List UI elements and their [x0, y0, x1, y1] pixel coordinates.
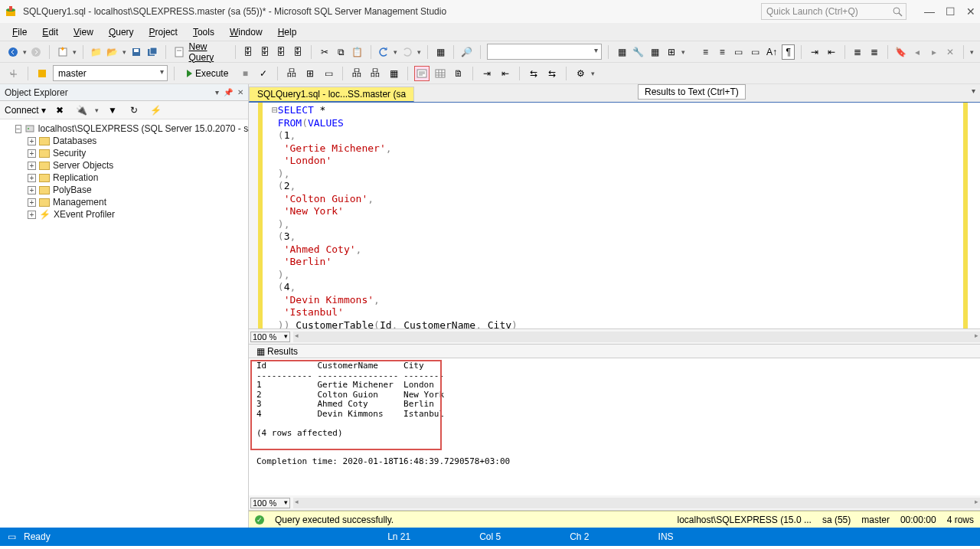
connect-button[interactable]: Connect ▾: [5, 105, 46, 116]
save-button[interactable]: [129, 44, 143, 60]
tree-server-node[interactable]: − localhost\SQLEXPRESS (SQL Server 15.0.…: [15, 123, 245, 135]
sql-editor[interactable]: ⊟SELECT * FROM(VALUES (1, 'Gertie Michen…: [249, 103, 980, 329]
tree-node-management[interactable]: +Management: [28, 196, 245, 208]
specify-values-icon[interactable]: ⇆: [526, 66, 541, 81]
nav-back-button[interactable]: [6, 44, 20, 60]
tree-node-security[interactable]: +Security: [28, 147, 245, 159]
tree-node-replication[interactable]: +Replication: [28, 172, 245, 184]
tab-overflow-icon[interactable]: ▾: [972, 87, 975, 95]
sqlcmd-icon[interactable]: ⚙: [573, 66, 588, 81]
redo-button[interactable]: [400, 44, 414, 60]
increase-indent-icon[interactable]: ⇥: [808, 44, 822, 60]
panel-dropdown-icon[interactable]: ▾: [215, 88, 219, 96]
wrap-icon[interactable]: ¶: [782, 44, 795, 60]
next-bookmark-icon[interactable]: ▸: [927, 44, 941, 60]
tree-node-server-objects[interactable]: +Server Objects: [28, 159, 245, 172]
panel-close-icon[interactable]: ✕: [237, 88, 243, 96]
copy-button[interactable]: ⧉: [334, 44, 348, 60]
cut-button[interactable]: ✂: [318, 44, 332, 60]
disconnect-icon[interactable]: ✖: [52, 103, 67, 118]
expand-icon[interactable]: +: [28, 211, 36, 219]
results-tab[interactable]: ▦ Results: [252, 346, 302, 357]
change-connection-icon[interactable]: [34, 66, 50, 81]
results-pane[interactable]: Id CustomerName City ----------- -------…: [249, 358, 980, 495]
new-item-button[interactable]: ✦: [56, 44, 70, 60]
results-to-text-button[interactable]: [414, 66, 430, 81]
tree-node-databases[interactable]: +Databases: [28, 135, 245, 147]
menu-project[interactable]: Project: [143, 25, 184, 39]
bookmark-icon[interactable]: 🔖: [894, 44, 908, 60]
menu-window[interactable]: Window: [224, 25, 269, 39]
expand-icon[interactable]: +: [28, 174, 36, 182]
upper-icon[interactable]: A↑: [765, 44, 779, 60]
undo-button[interactable]: [377, 44, 390, 60]
expand-icon[interactable]: +: [28, 162, 36, 170]
nav-forward-button[interactable]: [30, 44, 44, 60]
format-icon[interactable]: ≣: [851, 44, 864, 60]
uncomment-icon2[interactable]: ⇤: [498, 66, 513, 81]
collapse-icon[interactable]: −: [15, 125, 21, 133]
outdent-icon[interactable]: ≡: [715, 44, 729, 60]
estimated-plan-icon[interactable]: 品: [284, 66, 299, 81]
decrease-indent-icon[interactable]: ⇤: [825, 44, 838, 60]
save-all-button[interactable]: [145, 44, 159, 60]
database-dropdown[interactable]: master: [53, 65, 168, 81]
activity-monitor-icon[interactable]: 🔎: [460, 44, 474, 60]
db-engine-query-icon[interactable]: 🗄: [241, 44, 255, 60]
available-db-icon[interactable]: [6, 66, 21, 81]
comment-icon[interactable]: ▭: [732, 44, 746, 60]
expand-icon[interactable]: +: [28, 137, 36, 145]
quick-launch-input[interactable]: Quick Launch (Ctrl+Q): [761, 3, 906, 20]
mdx-query-icon[interactable]: 🗄: [275, 44, 289, 60]
param-info-icon[interactable]: ⊞: [665, 44, 678, 60]
new-query-button[interactable]: New Query: [189, 41, 229, 63]
format2-icon[interactable]: ≣: [867, 44, 881, 60]
paste-button[interactable]: 📋: [351, 44, 364, 60]
menu-edit[interactable]: Edit: [36, 25, 64, 39]
client-stats-icon[interactable]: ▦: [386, 66, 401, 81]
minimize-button[interactable]: —: [924, 5, 935, 18]
prev-bookmark-icon[interactable]: ◂: [910, 44, 924, 60]
query-options-icon[interactable]: ⊞: [302, 66, 318, 81]
document-tab[interactable]: SQLQuery1.sql - loc...SS.master (sa: [249, 87, 414, 102]
analysis-query-icon[interactable]: 🗄: [258, 44, 272, 60]
menu-help[interactable]: Help: [272, 25, 303, 39]
list-members-icon[interactable]: ▦: [648, 44, 662, 60]
filter-icon[interactable]: ▼: [105, 103, 120, 118]
maximize-button[interactable]: ☐: [946, 5, 956, 18]
uncomment-icon[interactable]: ▭: [749, 44, 763, 60]
solution-config-dropdown[interactable]: [487, 44, 603, 60]
h-scrollbar[interactable]: [293, 332, 980, 342]
menu-tools[interactable]: Tools: [187, 25, 220, 39]
dmx-query-icon[interactable]: 🗄: [291, 44, 305, 60]
parse-button[interactable]: ✓: [256, 66, 271, 81]
results-h-scrollbar[interactable]: [293, 498, 980, 508]
refresh-icon[interactable]: ↻: [126, 103, 142, 118]
close-button[interactable]: ✕: [966, 5, 975, 18]
menu-view[interactable]: View: [67, 25, 100, 39]
stop-refresh-icon[interactable]: ⚡: [148, 103, 163, 118]
zoom-dropdown[interactable]: 100 %: [250, 332, 290, 342]
toggle-button[interactable]: ▦: [434, 44, 448, 60]
pin-icon[interactable]: 📌: [224, 88, 233, 96]
tree-node-polybase[interactable]: +PolyBase: [28, 184, 245, 196]
comment-out-icon[interactable]: ⇥: [479, 66, 495, 81]
menu-query[interactable]: Query: [103, 25, 140, 39]
specify-values-icon2[interactable]: ⇆: [544, 66, 560, 81]
clear-bookmark-icon[interactable]: ✕: [943, 44, 957, 60]
intellisense-icon[interactable]: ▭: [321, 66, 336, 81]
expand-icon[interactable]: +: [28, 198, 36, 207]
include-actual-plan-icon[interactable]: 品: [349, 66, 364, 81]
menu-file[interactable]: File: [6, 25, 33, 39]
open-project-button[interactable]: 📁: [90, 44, 103, 60]
results-to-file-button[interactable]: 🗎: [451, 66, 466, 81]
execute-button[interactable]: Execute: [181, 67, 234, 80]
new-query-doc-icon[interactable]: [172, 44, 186, 60]
sql-code[interactable]: ⊟SELECT * FROM(VALUES (1, 'Gertie Michen…: [272, 104, 518, 329]
tree-node-xevent[interactable]: +⚡XEvent Profiler: [28, 208, 245, 221]
results-zoom-dropdown[interactable]: 100 %: [250, 498, 290, 508]
stop-button[interactable]: ■: [237, 66, 253, 81]
expand-icon[interactable]: +: [28, 186, 36, 194]
live-stats-icon[interactable]: 品: [368, 66, 383, 81]
results-to-grid-button[interactable]: [433, 66, 448, 81]
